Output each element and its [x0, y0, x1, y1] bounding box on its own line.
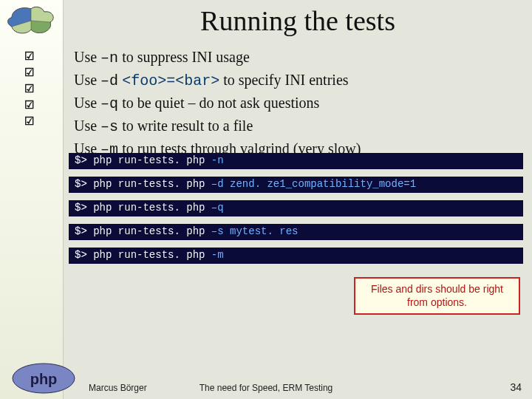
bullet-flag: –n: [100, 50, 118, 66]
footer-title: The need for Speed, ERM Testing: [0, 383, 532, 393]
bullet-prefix: Use: [74, 72, 97, 88]
prompt: $>: [75, 154, 87, 166]
bullet-prefix: Use: [74, 117, 97, 134]
terminal-cmd: php run-tests. php: [93, 154, 205, 166]
terminal-cmd: php run-tests. php: [93, 202, 205, 214]
prompt: $>: [75, 249, 87, 261]
terminal-opt: –d zend. ze1_compatibility_mode=1: [211, 178, 416, 190]
list-item: Use –n to suppress INI usage: [74, 47, 525, 68]
bullet-checks: ☑ ☑ ☑ ☑ ☑: [22, 49, 59, 127]
list-item: Use –d <foo>=<bar> to specify INI entrie…: [74, 70, 525, 91]
terminal-opt: -n: [211, 154, 224, 166]
prompt: $>: [75, 202, 87, 214]
bullet-prefix: Use: [74, 49, 97, 65]
prompt: $>: [75, 178, 87, 190]
terminal-opt: -m: [211, 249, 224, 261]
bullet-prefix: Use: [74, 95, 97, 111]
list-item: Use –s to write result to a file: [74, 116, 525, 137]
terminal-line: $> php run-tests. php –q: [69, 200, 523, 216]
check-icon: ☑: [22, 81, 35, 95]
check-icon: ☑: [22, 114, 35, 127]
bullet-rest: to specify INI entries: [223, 72, 348, 88]
bullet-rest: to be quiet – do not ask questions: [122, 95, 319, 111]
terminal-opt: –q: [211, 202, 224, 214]
terminal-cmd: php run-tests. php: [93, 249, 205, 261]
bullet-rest: to write result to a file: [122, 117, 253, 134]
callout-box: Files and dirs should be right from opti…: [354, 277, 520, 315]
list-item: Use –q to be quiet – do not ask question…: [74, 93, 525, 114]
bullet-arg: <foo>=<bar>: [122, 72, 219, 89]
terminal-opt: –s mytest. res: [211, 225, 299, 237]
terminal-cmd: php run-tests. php: [93, 178, 205, 190]
check-icon: ☑: [22, 65, 35, 78]
terminal-line: $> php run-tests. php –s mytest. res: [69, 224, 523, 240]
bullet-flag: –d: [100, 72, 118, 89]
terminal-line: $> php run-tests. php –d zend. ze1_compa…: [69, 177, 523, 193]
bullet-rest: to suppress INI usage: [122, 49, 250, 65]
footer-page: 34: [510, 381, 522, 393]
bullet-flag: –s: [100, 118, 118, 135]
bullet-list: Use –n to suppress INI usage Use –d <foo…: [74, 47, 525, 162]
terminal-block: $> php run-tests. php -n $> php run-test…: [69, 153, 523, 271]
prompt: $>: [75, 225, 87, 237]
check-icon: ☑: [22, 49, 35, 62]
terminal-line: $> php run-tests. php -n: [69, 153, 523, 169]
slide-title: Running the tests: [64, 4, 532, 37]
terminal-cmd: php run-tests. php: [93, 225, 205, 237]
slide: Running the tests ☑ ☑ ☑ ☑ ☑ Use –n to su…: [0, 0, 532, 399]
corner-logo: [4, 4, 58, 37]
check-icon: ☑: [22, 98, 35, 111]
terminal-line: $> php run-tests. php -m: [69, 248, 523, 264]
footer: php Marcus Börger The need for Speed, ER…: [0, 369, 532, 399]
bullet-flag: –q: [100, 95, 118, 112]
